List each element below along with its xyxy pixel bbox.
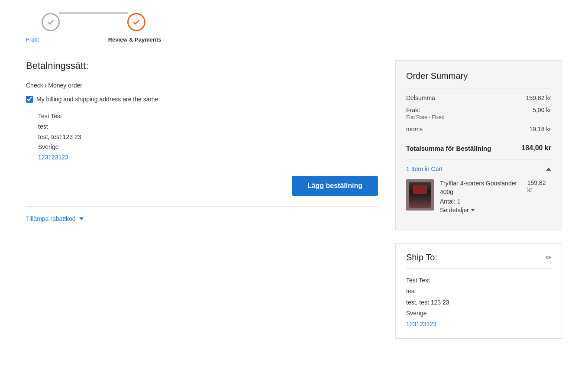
ship-to-street: test, test 123 23 [406,297,551,308]
tax-row: moms 19,18 kr [406,126,551,133]
see-details-label: Se detaljer [440,207,469,214]
cart-item-name: Tryfflar 4-sorters Gooslander 400g [440,179,527,196]
ship-to-box: Ship To: ✏ Test Test test test, test 123… [395,243,562,339]
billing-address-block: Test Test test test, test 123 23 Sverige… [38,111,378,163]
discount-chevron-icon [79,217,84,220]
left-content: Betalningssätt: Check / Money order My b… [26,60,378,222]
step1-label: Frakt [26,36,39,43]
items-in-cart-label: 1 Item in Cart [406,165,443,172]
ship-to-header: Ship To: ✏ [406,253,551,262]
billing-company: test [38,122,378,132]
ship-to-company: test [406,286,551,297]
step2-circle [127,13,145,31]
summary-bottom-divider [406,159,551,159]
ship-to-title: Ship To: [406,253,437,262]
shipping-label-block: Frakt Flat Rate - Fixed [406,107,445,120]
ship-to-divider [406,269,551,269]
billing-same-label: My billing and shipping address are the … [36,96,158,103]
ship-to-country: Sverige [406,308,551,319]
right-sidebar: Order Summary Delsumma 159,82 kr Frakt F… [395,60,562,339]
discount-code-row[interactable]: Tillämpa rabattkod [26,215,378,222]
place-order-button[interactable]: Lägg beställning [292,176,378,196]
cart-item-price: 159,82 kr [527,179,551,198]
shipping-label: Frakt [406,107,420,113]
edit-pencil-icon: ✏ [546,254,551,261]
total-row: Totalsumma för Beställning 184,00 kr [406,144,551,152]
summary-top-divider [406,88,551,88]
cart-item: Tryfflar 4-sorters Gooslander 400g 159,8… [406,179,551,214]
discount-code-label: Tillämpa rabattkod [26,215,76,222]
items-in-cart-row[interactable]: 1 Item in Cart [406,165,551,172]
cart-expand-icon [546,168,551,171]
total-label: Totalsumma för Beställning [406,145,491,152]
subtotal-row: Delsumma 159,82 kr [406,94,551,101]
order-summary-box: Order Summary Delsumma 159,82 kr Frakt F… [395,60,562,230]
payment-method-label: Check / Money order [26,82,378,89]
summary-mid-divider [406,138,551,138]
section-title: Betalningssätt: [26,60,378,71]
section-divider [26,206,378,207]
shipping-sub-label: Flat Rate - Fixed [406,114,445,120]
step-connector-line [59,12,128,14]
subtotal-label: Delsumma [406,94,435,101]
billing-name: Test Test [38,111,378,122]
step1-circle [42,13,60,31]
shipping-value: 5,00 kr [533,107,551,113]
billing-checkbox-row: My billing and shipping address are the … [26,96,378,103]
ship-to-phone: 123123123 [406,319,551,330]
place-order-row: Lägg beställning [26,176,378,196]
tax-value: 19,18 kr [529,126,551,133]
see-details-icon [471,209,475,211]
cart-item-qty-value: 1 [457,198,461,205]
subtotal-value: 159,82 kr [526,94,551,101]
see-details-row[interactable]: Se detaljer [440,207,551,214]
billing-phone: 123123123 [38,152,378,163]
cart-item-qty: Antal: 1 [440,198,551,205]
cart-item-image [406,179,434,211]
ship-to-edit-button[interactable]: ✏ [546,253,551,262]
ship-to-name: Test Test [406,275,551,286]
step2-label: Review & Payments [108,36,162,43]
billing-country: Sverige [38,142,378,152]
billing-same-checkbox[interactable] [26,96,33,103]
billing-street: test, test 123 23 [38,132,378,143]
order-summary-title: Order Summary [406,71,551,81]
total-value: 184,00 kr [521,144,551,152]
tax-label: moms [406,126,423,133]
cart-item-qty-label: Antal: [440,198,456,205]
cart-item-details: Tryfflar 4-sorters Gooslander 400g 159,8… [440,179,551,214]
ship-to-address: Test Test test test, test 123 23 Sverige… [406,275,551,330]
shipping-row: Frakt Flat Rate - Fixed 5,00 kr [406,107,551,120]
